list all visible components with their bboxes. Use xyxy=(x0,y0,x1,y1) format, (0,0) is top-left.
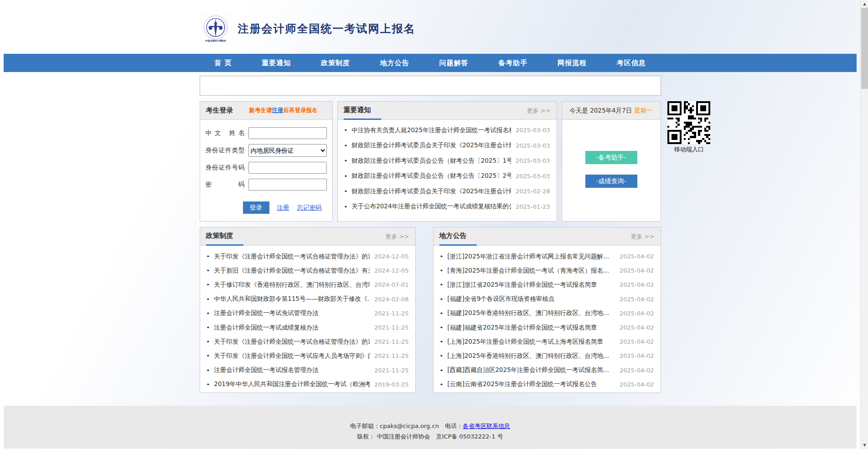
nav-item[interactable]: 备考助手 xyxy=(498,59,527,67)
nav-item[interactable]: 问题解答 xyxy=(439,59,468,67)
province-contact-link[interactable]: 各省考区联系信息 xyxy=(463,423,510,429)
nav-item[interactable]: 网报流程 xyxy=(558,59,587,67)
announcement-link[interactable]: 注册会计师全国统一考试报名管理办法 xyxy=(214,366,370,374)
item-date: 2025-04-02 xyxy=(620,338,654,345)
svg-text:中国注册会计师协会: 中国注册会计师协会 xyxy=(205,39,227,42)
item-date: 2025-04-02 xyxy=(620,352,654,359)
announcement-link[interactable]: 注册会计师全国统一考试免试管理办法 xyxy=(214,309,370,317)
announcement-link[interactable]: 财政部注册会计师考试委员会关于印发《2025年注册会计师... xyxy=(351,141,511,150)
vertical-scrollbar[interactable]: ▲ ▼ xyxy=(860,0,868,449)
register-inline-link[interactable]: 注册 xyxy=(272,107,284,114)
announcement-link[interactable]: [上海]2025年香港特别行政区、澳门特别行政区、台湾地... xyxy=(447,352,615,360)
announcement-link[interactable]: [浙江]浙江省2025年注册会计师全国统一考试报名简章 xyxy=(447,281,615,289)
item-date: 2025-02-28 xyxy=(516,188,550,195)
register-link[interactable]: 注册 xyxy=(277,204,289,212)
bullet-icon: • xyxy=(440,267,444,274)
item-date: 2025-04-02 xyxy=(620,367,654,374)
id-number-input[interactable] xyxy=(248,162,327,174)
announcement-link[interactable]: [浙江]2025年浙江省注册会计师考试网上报名常见问题解... xyxy=(447,253,615,261)
nav-item[interactable]: 考区信息 xyxy=(617,59,646,67)
item-date: 2024-07-01 xyxy=(374,281,409,288)
nav-item[interactable]: 地方公告 xyxy=(380,59,409,67)
list-item: •财政部注册会计师考试委员会公告（财考公告〔2025〕1号...2025-03-… xyxy=(344,153,550,169)
nav-item[interactable]: 重要通知 xyxy=(262,59,291,67)
item-date: 2025-03-03 xyxy=(516,127,550,134)
announcement-banner xyxy=(200,76,661,96)
today-date-value: 2025年4月7日 xyxy=(590,107,632,115)
announcement-link[interactable]: 财政部注册会计师考试委员会公告（财考公告〔2025〕1号... xyxy=(351,157,511,165)
local-list: •[浙江]2025年浙江省注册会计师考试网上报名常见问题解...2025-04-… xyxy=(434,246,661,392)
site-header: 中国注册会计师协会 注册会计师全国统一考试网上报名 xyxy=(4,4,857,54)
announcement-link[interactable]: 关于新旧《注册会计师全国统一考试合格证管理办法》有关衔接... xyxy=(214,267,370,275)
bullet-icon: • xyxy=(207,352,210,359)
list-item: •财政部注册会计师考试委员会关于印发《2025年注册会计师...2025-03-… xyxy=(344,138,550,154)
today-weekday: 星期一 xyxy=(634,107,653,115)
password-label: 密 码 xyxy=(206,181,245,189)
announcement-link[interactable]: [福建]全省9个各设区市现场资格审核点 xyxy=(447,295,615,303)
item-date: 2019-03-25 xyxy=(374,381,409,388)
bullet-icon: • xyxy=(344,173,348,180)
announcement-link[interactable]: 中华人民共和国财政部令第115号——财政部关于修改《... xyxy=(214,295,370,303)
announcement-link[interactable]: 关于印发《注册会计师全国统一考试应考人员考场守则》的通知 xyxy=(214,352,370,360)
item-date: 2025-03-03 xyxy=(516,142,550,149)
local-more-link[interactable]: 更多 >> xyxy=(631,232,655,241)
main-navbar: 首 页重要通知政策制度地方公告问题解答备考助手网报流程考区信息 xyxy=(4,54,857,72)
notices-more-link[interactable]: 更多 >> xyxy=(527,107,551,115)
item-date: 2025-04-02 xyxy=(620,310,654,317)
forgot-password-link[interactable]: 忘记密码 xyxy=(297,204,322,212)
announcement-link[interactable]: 注册会计师全国统一考试成绩复核办法 xyxy=(214,324,370,332)
password-input[interactable] xyxy=(248,179,327,191)
bullet-icon: • xyxy=(344,203,348,210)
mobile-entry-qr: 移动端入口 xyxy=(667,101,711,154)
list-item: •中华人民共和国财政部令第115号——财政部关于修改《...2024-02-08 xyxy=(207,292,409,306)
bullet-icon: • xyxy=(207,367,210,374)
list-item: •[浙江]浙江省2025年注册会计师全国统一考试报名简章2025-04-02 xyxy=(440,278,654,292)
announcement-link[interactable]: [西藏]西藏自治区2025年注册会计师全国统一考试报名简... xyxy=(447,366,615,374)
list-item: •关于公布2024年注册会计师全国统一考试成绩复核结果的公...2025-01-… xyxy=(344,199,550,215)
announcement-link[interactable]: 关于印发《注册会计师全国统一考试合格证管理办法》的通知 xyxy=(214,253,370,261)
scroll-up-icon[interactable]: ▲ xyxy=(861,0,868,8)
policies-more-link[interactable]: 更多 >> xyxy=(386,232,409,241)
bullet-icon: • xyxy=(207,267,210,274)
announcement-link[interactable]: 关于修订印发《香港特别行政区、澳门特别行政区、台湾地区居... xyxy=(214,281,370,289)
item-date: 2025-04-02 xyxy=(620,267,654,274)
scrollbar-thumb[interactable] xyxy=(861,8,868,89)
bullet-icon: • xyxy=(207,281,210,288)
announcement-link[interactable]: [福建]2025年香港特别行政区、澳门特别行政区、台湾地... xyxy=(447,309,615,317)
announcement-link[interactable]: [青海]2025年注册会计师全国统一考试（青海考区）报名... xyxy=(447,267,615,275)
local-title: 地方公告 xyxy=(439,228,477,246)
bullet-icon: • xyxy=(440,253,444,260)
announcement-link[interactable]: 2019年中华人民共和国注册会计师全国统一考试（欧洲考区... xyxy=(214,380,370,388)
notices-title: 重要通知 xyxy=(344,102,381,120)
id-type-select[interactable]: 内地居民身份证 xyxy=(248,144,327,157)
hint-prefix: 新考生请 xyxy=(249,107,272,114)
list-item: •关于印发《注册会计师全国统一考试合格证管理办法》的通知2021-11-25 xyxy=(207,335,409,349)
important-notices-panel: 重要通知 更多 >> •中注协有关负责人就2025年注册会计师全国统一考试报名相… xyxy=(337,101,557,222)
chinese-name-input[interactable] xyxy=(248,127,327,139)
announcement-link[interactable]: 关于印发《注册会计师全国统一考试合格证管理办法》的通知 xyxy=(214,338,370,346)
announcement-link[interactable]: 关于公布2024年注册会计师全国统一考试成绩复核结果的公... xyxy=(351,202,511,211)
exam-helper-button[interactable]: -备考助手- xyxy=(585,151,637,164)
list-item: •[西藏]西藏自治区2025年注册会计师全国统一考试报名简...2025-04-… xyxy=(440,363,654,377)
announcement-link[interactable]: [云南]云南省2025年注册会计师全国统一考试报名公告 xyxy=(447,380,615,388)
announcement-link[interactable]: [福建]福建省2025年注册会计师全国统一考试报名简章 xyxy=(447,324,615,332)
bullet-icon: • xyxy=(207,324,210,331)
policies-title: 政策制度 xyxy=(206,228,243,246)
item-date: 2025-04-02 xyxy=(620,281,654,288)
announcement-link[interactable]: 中注协有关负责人就2025年注册会计师全国统一考试报名相... xyxy=(351,126,511,134)
login-title: 考生登录 xyxy=(206,102,243,119)
announcement-link[interactable]: [上海]2025年注册会计师全国统一考试上海考区报名简章 xyxy=(447,338,615,346)
list-item: •中注协有关负责人就2025年注册会计师全国统一考试报名相...2025-03-… xyxy=(344,123,550,138)
item-date: 2024-02-08 xyxy=(374,296,409,303)
item-date: 2025-01-23 xyxy=(516,203,550,210)
nav-item[interactable]: 政策制度 xyxy=(321,59,350,67)
announcement-link[interactable]: 财政部注册会计师考试委员会公告（财考公告〔2025〕2号... xyxy=(351,172,511,180)
list-item: •注册会计师全国统一考试报名管理办法2021-11-25 xyxy=(207,363,409,377)
login-button[interactable]: 登录 xyxy=(243,201,269,214)
score-query-button[interactable]: -成绩查询- xyxy=(585,175,637,188)
bullet-icon: • xyxy=(440,296,444,303)
id-number-label: 身份证件号码 xyxy=(206,164,245,172)
nav-item[interactable]: 首 页 xyxy=(214,59,232,67)
scroll-down-icon[interactable]: ▼ xyxy=(861,441,868,449)
announcement-link[interactable]: 财政部注册会计师考试委员会关于印发《2025年注册会计师... xyxy=(351,187,511,196)
